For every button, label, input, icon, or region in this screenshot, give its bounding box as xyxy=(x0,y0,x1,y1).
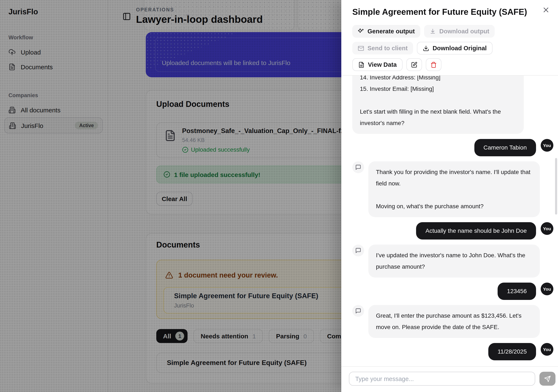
view-data-button[interactable]: View Data xyxy=(352,58,403,71)
chat-row-assistant: Great, I'll enter the purchase amount as… xyxy=(352,305,553,338)
user-message-bubble: Actually the name should be John Doe xyxy=(416,222,536,240)
trash-icon xyxy=(431,61,437,68)
assistant-message-bubble: Great, I'll enter the purchase amount as… xyxy=(368,305,540,338)
button-label: Download Original xyxy=(433,45,487,52)
avatar: You xyxy=(541,283,553,295)
chat-scrollbar[interactable] xyxy=(555,158,557,215)
edit-pen-icon xyxy=(411,61,418,68)
avatar: You xyxy=(541,343,553,356)
assistant-message-bubble: Thank you for providing the investor's n… xyxy=(368,161,540,217)
assistant-message-bubble: 14. Investor Address: [Missing] 15. Inve… xyxy=(352,76,524,134)
user-message-bubble: Cameron Tabion xyxy=(474,139,536,156)
chat-input-bar xyxy=(341,366,558,392)
mail-icon xyxy=(358,45,364,51)
user-message-bubble: 123456 xyxy=(498,283,536,300)
edit-button[interactable] xyxy=(407,58,422,71)
download-original-button[interactable]: Download Original xyxy=(417,42,493,54)
avatar: You xyxy=(541,222,553,235)
sparkles-icon xyxy=(358,28,364,35)
button-label: Download output xyxy=(439,28,489,35)
generate-output-button[interactable]: Generate output xyxy=(352,25,420,38)
download-icon xyxy=(423,45,429,51)
close-icon xyxy=(542,6,550,14)
send-icon xyxy=(544,375,551,382)
download-icon xyxy=(430,28,436,35)
button-label: Generate output xyxy=(367,28,415,35)
chat-row-user: 123456 You xyxy=(352,283,553,300)
assistant-avatar xyxy=(352,244,364,256)
chat-row-assistant: Thank you for providing the investor's n… xyxy=(352,161,553,217)
assistant-message-bubble: I've updated the investor's name to John… xyxy=(368,244,540,278)
file-text-icon xyxy=(358,61,365,68)
button-label: View Data xyxy=(368,61,397,68)
drawer-title: Simple Agreement for Future Equity (SAFE… xyxy=(352,7,538,17)
button-label: Send to client xyxy=(367,45,408,52)
chat-row-user: Cameron Tabion You xyxy=(352,139,553,156)
close-button[interactable] xyxy=(542,6,551,15)
message-input[interactable] xyxy=(349,372,535,386)
send-to-client-button[interactable]: Send to client xyxy=(352,42,413,54)
chat-row-user: 11/28/2025 You xyxy=(352,343,553,360)
message-square-icon xyxy=(355,248,361,253)
document-detail-drawer: Simple Agreement for Future Equity (SAFE… xyxy=(341,0,558,392)
avatar: You xyxy=(541,139,553,152)
send-button[interactable] xyxy=(540,372,556,386)
user-message-bubble: 11/28/2025 xyxy=(488,343,536,360)
chat-row-assistant: 14. Investor Address: [Missing] 15. Inve… xyxy=(352,76,553,134)
assistant-avatar xyxy=(352,305,364,317)
chat-row-assistant: I've updated the investor's name to John… xyxy=(352,244,553,278)
chat-message-list[interactable]: 14. Investor Address: [Missing] 15. Inve… xyxy=(341,76,558,366)
assistant-avatar xyxy=(352,161,364,173)
chat-row-user: Actually the name should be John Doe You xyxy=(352,222,553,240)
message-square-icon xyxy=(355,164,361,170)
download-output-button[interactable]: Download output xyxy=(424,25,495,38)
delete-button[interactable] xyxy=(426,58,442,71)
message-square-icon xyxy=(355,308,361,314)
